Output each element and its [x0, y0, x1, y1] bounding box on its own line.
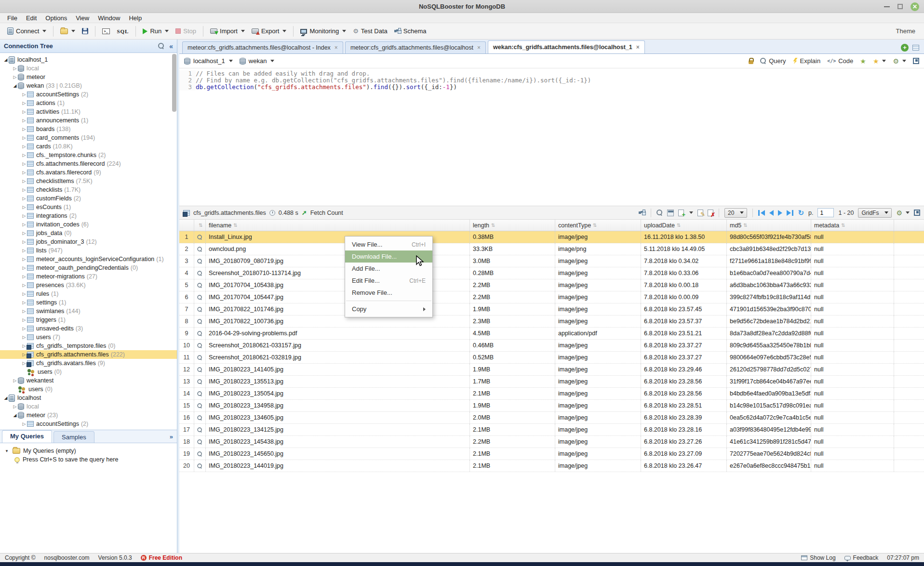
expander-icon[interactable]: ▷: [21, 144, 27, 149]
row-preview-cell[interactable]: [194, 279, 206, 291]
tree-item-card-comments[interactable]: ▷card_comments(194): [0, 133, 177, 142]
run-button[interactable]: Run: [139, 26, 172, 37]
preview-magnifier-icon[interactable]: [197, 343, 202, 348]
tree-item-swimlanes[interactable]: ▷swimlanes(144): [0, 307, 177, 316]
tree-item-triggers[interactable]: ▷triggers(1): [0, 316, 177, 324]
row-preview-cell[interactable]: [194, 364, 206, 375]
row-preview-cell[interactable]: [194, 460, 206, 472]
tab-samples[interactable]: Samples: [54, 431, 94, 443]
expander-icon[interactable]: ▷: [21, 335, 27, 340]
table-row-4[interactable]: 4Screenshot_20180710-113714.jpg0.28MBima…: [179, 267, 924, 279]
preview-magnifier-icon[interactable]: [197, 367, 202, 372]
add-document-caret[interactable]: [689, 211, 693, 214]
tree-item-presences[interactable]: ▷presences(33.6K): [0, 281, 177, 290]
table-row-8[interactable]: 8IMG_20170822_100736.jpg2.3MBimage/jpeg6…: [179, 316, 924, 328]
table-row-12[interactable]: 12IMG_20180223_141405.jpg1.9MBimage/jpeg…: [179, 364, 924, 376]
dropdown-caret-icon[interactable]: [165, 30, 169, 32]
tree-item-settings[interactable]: ▷settings(1): [0, 298, 177, 307]
tree-item-users[interactable]: users(0): [0, 368, 177, 376]
tree-item-cfs-avatars-filerecord[interactable]: ▷cfs.avatars.filerecord(9): [0, 168, 177, 177]
row-preview-cell[interactable]: [194, 328, 206, 339]
tree-item-local[interactable]: ▷local: [0, 402, 177, 411]
row-preview-cell[interactable]: [194, 316, 206, 327]
expander-icon[interactable]: ▷: [21, 135, 27, 140]
expander-icon[interactable]: ▷: [21, 187, 27, 192]
expander-icon[interactable]: ▷: [21, 222, 27, 227]
context-menu-item-view-file-[interactable]: View File...Ctrl+I: [345, 238, 432, 250]
column-header-length[interactable]: length⇅: [470, 220, 555, 231]
expander-icon[interactable]: ▷: [21, 231, 27, 236]
expander-icon[interactable]: ▷: [21, 213, 27, 218]
row-preview-cell[interactable]: [194, 291, 206, 303]
export-button[interactable]: Export: [248, 26, 290, 37]
dropdown-caret-icon[interactable]: [282, 30, 286, 32]
table-row-15[interactable]: 15IMG_20180223_134958.jpg1.9MBimage/jpeg…: [179, 400, 924, 412]
expander-icon[interactable]: ◢: [12, 83, 18, 88]
tree-item-escounts[interactable]: ▷esCounts(1): [0, 203, 177, 211]
preview-magnifier-icon[interactable]: [197, 379, 202, 384]
context-menu-item-remove-file-[interactable]: Remove File...: [345, 287, 432, 299]
table-row-2[interactable]: 2owncloud.png33.3KBimage/png5.11.2018 kl…: [179, 243, 924, 255]
tree-item-local[interactable]: ▷local: [0, 64, 177, 73]
edit-document-icon[interactable]: [697, 210, 703, 216]
dropdown-caret-icon[interactable]: [342, 30, 346, 32]
expander-icon[interactable]: ◢: [3, 57, 9, 62]
tree-item-meteor[interactable]: ◢meteor(23): [0, 411, 177, 420]
table-row-7[interactable]: 7IMG_20170822_101746.jpg1.9MBimage/jpeg6…: [179, 303, 924, 316]
tree-item-lists[interactable]: ▷lists(947): [0, 246, 177, 255]
expander-icon[interactable]: ▷: [21, 274, 27, 279]
settings-menu[interactable]: ⚙: [893, 57, 906, 65]
expander-icon[interactable]: ▷: [21, 421, 27, 426]
console-view-icon[interactable]: [667, 210, 674, 216]
preview-magnifier-icon[interactable]: [197, 415, 202, 420]
expander-icon[interactable]: ▷: [21, 153, 27, 158]
last-page-button[interactable]: [787, 210, 793, 216]
preview-magnifier-icon[interactable]: [197, 403, 202, 408]
expander-icon[interactable]: ▷: [21, 239, 27, 244]
row-preview-cell[interactable]: [194, 255, 206, 267]
table-row-19[interactable]: 19IMG_20180223_145650.jpg2.1MBimage/jpeg…: [179, 448, 924, 460]
tree-item-users[interactable]: ▷users(7): [0, 333, 177, 342]
code-button[interactable]: </>Code: [827, 57, 853, 65]
expander-icon[interactable]: ▷: [21, 309, 27, 314]
terminal-button[interactable]: [99, 26, 113, 36]
add-document-icon[interactable]: [678, 210, 684, 216]
page-size-select[interactable]: 20: [724, 208, 747, 218]
menu-item-view[interactable]: View: [71, 13, 94, 23]
save-button[interactable]: [79, 26, 92, 36]
row-preview-cell[interactable]: [194, 400, 206, 411]
expander-icon[interactable]: ▷: [21, 179, 27, 184]
close-tab-icon[interactable]: ×: [477, 44, 481, 51]
expand-editor-icon[interactable]: [913, 58, 919, 64]
table-row-17[interactable]: 17IMG_20180223_134125.jpg2.1MBimage/jpeg…: [179, 424, 924, 436]
menu-item-options[interactable]: Options: [41, 13, 71, 23]
breadcrumb-database[interactable]: wekan: [240, 57, 275, 65]
tree-item-boards[interactable]: ▷boards(138): [0, 125, 177, 133]
expander-icon[interactable]: ▷: [21, 92, 27, 97]
minimize-icon[interactable]: [884, 6, 890, 7]
query-editor[interactable]: 1// Files can be added easily with drag …: [179, 68, 924, 206]
row-preview-cell[interactable]: [194, 388, 206, 399]
row-preview-cell[interactable]: [194, 412, 206, 423]
expander-icon[interactable]: ▷: [12, 378, 18, 383]
add-tab-icon[interactable]: +: [901, 44, 909, 52]
lock-icon[interactable]: [749, 60, 753, 64]
dropdown-caret-icon[interactable]: [71, 30, 75, 32]
tree-item-accountsettings[interactable]: ▷accountSettings(2): [0, 420, 177, 428]
column-header-metadata[interactable]: metadata⇅: [811, 220, 894, 231]
table-row-1[interactable]: 1Install_Linux.jpg0.38MBimage/jpeg16.11.…: [179, 231, 924, 243]
expander-icon[interactable]: ▷: [21, 118, 27, 123]
view-mode-select[interactable]: GridFs: [858, 208, 892, 218]
first-page-button[interactable]: [758, 210, 765, 216]
expander-icon[interactable]: ▷: [21, 265, 27, 270]
expand-queries-icon[interactable]: »: [170, 433, 173, 440]
breadcrumb-connection[interactable]: localhost_1: [184, 57, 233, 65]
expander-icon[interactable]: ▷: [21, 248, 27, 253]
page-number-input[interactable]: [817, 208, 834, 217]
table-row-13[interactable]: 13IMG_20180223_135513.jpg1.7MBimage/jpeg…: [179, 376, 924, 388]
table-row-14[interactable]: 14IMG_20180223_135054.jpg2.1MBimage/jpeg…: [179, 388, 924, 400]
site-link[interactable]: nosqlbooster.com: [44, 554, 90, 561]
expander-icon[interactable]: ▷: [12, 66, 18, 71]
context-menu-item-edit-file-[interactable]: Edit File...Ctrl+E: [345, 275, 432, 287]
row-preview-cell[interactable]: [194, 448, 206, 460]
